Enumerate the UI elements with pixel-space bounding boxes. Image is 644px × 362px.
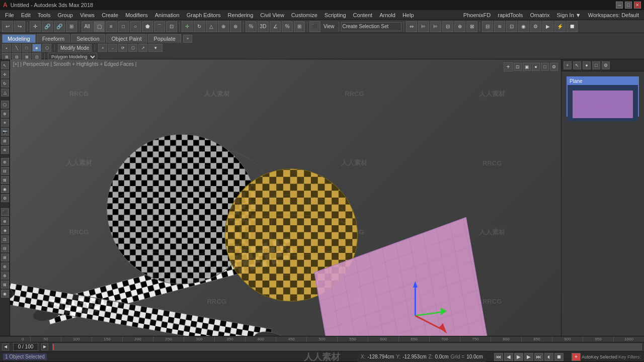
open-sel[interactable]: ↗ — [138, 44, 147, 52]
vp-select[interactable]: ▣ — [523, 63, 531, 71]
graph-editor[interactable]: ≋ — [494, 21, 505, 32]
active-shade[interactable]: 🔲 — [567, 21, 578, 32]
select-region-fence[interactable]: ⬟ — [142, 21, 153, 32]
timeline-prev-btn[interactable]: ◀ — [2, 343, 9, 350]
title-bar-controls[interactable]: ─ □ ✕ — [616, 2, 641, 9]
vp-maximize[interactable]: ⊡ — [514, 63, 522, 71]
redo-button[interactable]: ↪ — [14, 21, 25, 32]
layer-manager[interactable]: ⊟ — [482, 21, 493, 32]
extra2[interactable]: ⊕ — [1, 217, 9, 225]
tab-modeling[interactable]: Modeling — [2, 34, 36, 43]
menu-modifiers[interactable]: Modifiers — [122, 11, 151, 19]
close-button[interactable]: ✕ — [634, 2, 641, 9]
prev-frame-btn[interactable]: ◀ — [504, 353, 513, 361]
vertex-btn[interactable]: • — [2, 44, 11, 52]
select-name-button[interactable]: ≡ — [106, 21, 117, 32]
render-frame[interactable]: ▶ — [542, 21, 553, 32]
vp-perspective[interactable]: ● — [532, 63, 540, 71]
menu-arnold[interactable]: Arnold — [376, 11, 398, 19]
menu-ornatrix[interactable]: Ornatrix — [527, 11, 552, 19]
place-highlight[interactable]: ⊕ — [218, 21, 229, 32]
extra10[interactable]: ◉ — [1, 290, 9, 298]
menu-graph-editors[interactable]: Graph Editors — [184, 11, 224, 19]
play-btn[interactable]: ▶ — [514, 353, 523, 361]
display-btn[interactable]: ◉ — [1, 185, 9, 193]
menu-signin[interactable]: Sign In ▼ — [554, 11, 584, 19]
create-light[interactable]: ☀ — [1, 119, 9, 127]
grow-sel[interactable]: + — [98, 44, 107, 52]
scale-button[interactable]: △ — [206, 21, 217, 32]
extra8[interactable]: ⊕ — [1, 272, 9, 280]
timeline-next-btn[interactable]: ▶ — [41, 343, 48, 350]
select-region-lasso[interactable]: ⌒ — [154, 21, 165, 32]
menu-edit[interactable]: Edit — [18, 11, 34, 19]
rotate-tool[interactable]: ↻ — [1, 79, 9, 87]
play-rev-btn[interactable]: ⏴ — [544, 353, 553, 361]
select-tool[interactable]: ↖ — [1, 61, 9, 69]
menu-content[interactable]: Content — [350, 11, 376, 19]
rendertools[interactable]: ⚡ — [554, 21, 566, 32]
tab-object-paint[interactable]: Object Paint — [106, 34, 147, 43]
select-object-button[interactable]: ▢ — [94, 21, 105, 32]
select-region-circ[interactable]: ○ — [130, 21, 141, 32]
element-btn[interactable]: ⬡ — [42, 44, 51, 52]
schematic-view[interactable]: ⊡ — [506, 21, 517, 32]
normal-align[interactable]: ⊟ — [442, 21, 453, 32]
select-manip[interactable]: ⊛ — [230, 21, 241, 32]
rp-btn-settings[interactable]: ⚙ — [602, 61, 610, 69]
hierarchy-btn[interactable]: ⊟ — [1, 167, 9, 175]
goto-start-btn[interactable]: ⏮ — [494, 353, 503, 361]
stop-btn[interactable]: ⏹ — [554, 353, 564, 361]
menu-civil-view[interactable]: Civil View — [257, 11, 287, 19]
scale-tool[interactable]: △ — [1, 88, 9, 97]
menu-tools[interactable]: Tools — [35, 11, 54, 19]
align-view[interactable]: ⊨ — [430, 21, 441, 32]
menu-rendering[interactable]: Rendering — [225, 11, 257, 19]
align-camera[interactable]: ⊠ — [466, 21, 477, 32]
unlink-button[interactable]: 🔗 — [54, 21, 65, 32]
move-to-gizmo[interactable]: ▼ — [148, 44, 163, 52]
select-filter-button[interactable]: All — [82, 21, 93, 32]
move-tool[interactable]: ✛ — [1, 70, 9, 78]
vp-orthographic[interactable]: □ — [541, 63, 549, 71]
vp-settings[interactable]: ⚙ — [550, 63, 558, 71]
create-camera[interactable]: 📷 — [1, 128, 9, 136]
menu-help[interactable]: Help — [399, 11, 417, 19]
menu-workspaces[interactable]: Workspaces: Default — [585, 11, 642, 19]
menu-phoenixfd[interactable]: PhoenixFD — [460, 11, 494, 19]
bind-spacewarp-button[interactable]: ⊞ — [66, 21, 77, 32]
motion-btn[interactable]: ⊠ — [1, 176, 9, 184]
utilities-btn[interactable]: ⚙ — [1, 194, 9, 202]
menu-group[interactable]: Group — [54, 11, 76, 19]
create-geometry[interactable]: ⬡ — [1, 101, 9, 109]
modify-panel-btn[interactable]: ⊛ — [1, 158, 9, 166]
menu-scripting[interactable]: Scripting — [321, 11, 349, 19]
mirror-button[interactable]: ⇔ — [406, 21, 417, 32]
select-region-rect[interactable]: □ — [118, 21, 129, 32]
add-key-btn[interactable]: + — [572, 353, 581, 361]
timeline-track[interactable] — [52, 343, 642, 350]
snap-3d[interactable]: 3D — [258, 21, 269, 32]
menu-views[interactable]: Views — [77, 11, 98, 19]
maximize-button[interactable]: □ — [625, 2, 632, 9]
extra7[interactable]: ⊛ — [1, 262, 9, 270]
window-crossing[interactable]: ⊡ — [166, 21, 177, 32]
tab-selection[interactable]: Selection — [71, 34, 105, 43]
menu-animation[interactable]: Animation — [152, 11, 183, 19]
viewport-area[interactable]: RRCG 人人素材 RRCG 人人素材 人人素材 RRCG 人人素材 RRCG … — [10, 59, 561, 336]
create-shape[interactable]: ⊕ — [1, 110, 9, 118]
tab-more-button[interactable]: » — [183, 35, 192, 43]
undo-button[interactable]: ↩ — [2, 21, 13, 32]
rotate-button[interactable]: ↻ — [194, 21, 205, 32]
menu-customize[interactable]: Customize — [288, 11, 320, 19]
move-button[interactable]: ✛ — [182, 21, 193, 32]
vp-plus-btn[interactable]: + — [504, 62, 513, 71]
menu-create[interactable]: Create — [99, 11, 121, 19]
named-selection-set[interactable] — [341, 22, 401, 31]
rp-btn-rect[interactable]: □ — [592, 61, 600, 69]
extra3[interactable]: ◈ — [1, 226, 9, 234]
menu-file[interactable]: File — [2, 11, 17, 19]
menu-rapidtools[interactable]: rapidTools — [495, 11, 526, 19]
extra4[interactable]: ⊡ — [1, 235, 9, 243]
frame-input[interactable] — [13, 343, 38, 351]
